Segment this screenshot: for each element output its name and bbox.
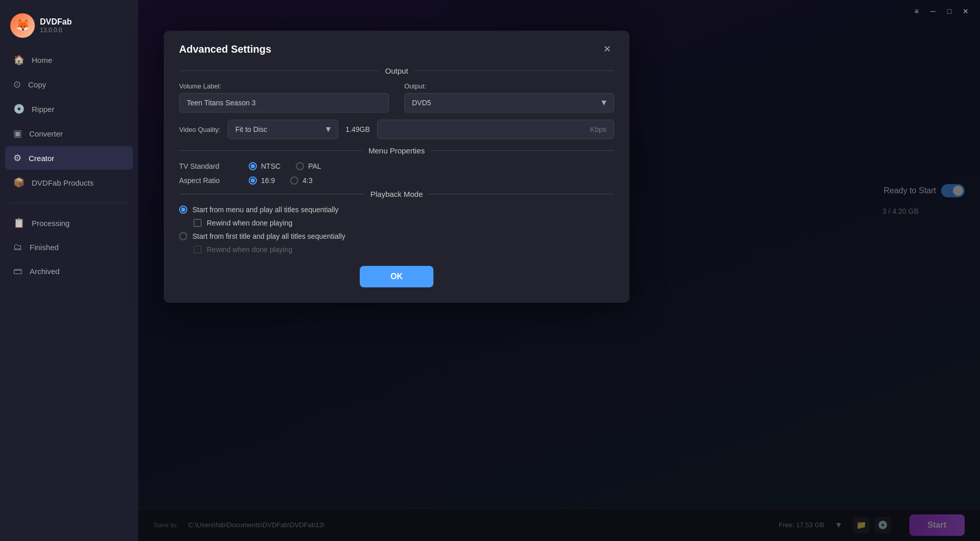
sidebar-label-finished: Finished <box>30 243 59 252</box>
playback-option-2-sub: Rewind when done playing <box>179 245 614 254</box>
pal-radio-dot <box>296 162 304 170</box>
close-button[interactable]: ✕ <box>959 4 973 18</box>
sidebar-bottom-nav: 📋 Processing 🗂 Finished 🗃 Archived <box>0 211 138 283</box>
properties-grid: TV Standard NTSC PAL <box>179 162 614 185</box>
playback-option-1-sub[interactable]: Rewind when done playing <box>179 219 614 227</box>
minimize-button[interactable]: ─ <box>926 4 940 18</box>
pal-radio-item[interactable]: PAL <box>296 162 321 170</box>
modal-close-button[interactable]: ✕ <box>600 42 614 56</box>
sidebar-label-creator: Creator <box>29 154 54 163</box>
advanced-settings-modal: Advanced Settings ✕ Output Volume Label:… <box>164 31 629 303</box>
tv-standard-row: TV Standard NTSC PAL <box>179 162 614 170</box>
output-label-text: Output: <box>404 82 614 90</box>
sidebar-item-converter[interactable]: ▣ Converter <box>5 122 133 145</box>
sidebar-item-dvdfab-products[interactable]: 📦 DVDFab Products <box>5 171 133 194</box>
menu-divider-right <box>431 150 614 151</box>
volume-label-text: Volume Label: <box>179 82 389 90</box>
kbps-input[interactable] <box>377 120 614 139</box>
creator-icon: ⚙ <box>13 152 21 164</box>
sidebar-divider <box>10 202 128 203</box>
app-logo: 🦊 <box>10 13 35 38</box>
ok-button[interactable]: OK <box>360 266 433 287</box>
playback-option-2-label: Start from first title and play all titl… <box>192 232 345 240</box>
sidebar-label-dvdfab-products: DVDFab Products <box>32 178 94 187</box>
volume-label-input[interactable] <box>179 93 389 112</box>
video-quality-label: Video Quality: <box>179 126 221 133</box>
modal-header: Advanced Settings ✕ <box>164 31 629 61</box>
divider-line-left <box>179 71 379 71</box>
sidebar-item-archived[interactable]: 🗃 Archived <box>5 260 133 283</box>
playback-option-2[interactable]: Start from first title and play all titl… <box>179 232 614 240</box>
rewind-checkbox-2 <box>193 245 202 254</box>
output-section-label: Output <box>385 66 408 75</box>
sidebar-label-processing: Processing <box>32 219 70 228</box>
playback-mode-label: Playback Mode <box>371 190 423 198</box>
sidebar-label-copy: Copy <box>28 80 46 89</box>
volume-output-row: Volume Label: Output: DVD5 DVD9 ISO ▼ <box>164 82 629 112</box>
playback-divider-left <box>179 194 364 194</box>
quality-size-display: 1.49GB <box>345 125 369 133</box>
video-quality-row: Video Quality: Fit to Disc High Quality … <box>164 120 629 139</box>
4x3-radio-item[interactable]: 4:3 <box>290 176 312 185</box>
converter-icon: ▣ <box>13 128 22 139</box>
4x3-label: 4:3 <box>302 176 312 185</box>
sidebar-label-home: Home <box>32 56 52 64</box>
sidebar-item-finished[interactable]: 🗂 Finished <box>5 236 133 259</box>
sidebar: 🦊 DVDFab 13.0.0.0 🏠 Home ⊙ Copy 💿 Ripper… <box>0 0 138 541</box>
modal-title: Advanced Settings <box>179 43 271 55</box>
ntsc-label: NTSC <box>261 162 280 170</box>
sidebar-label-archived: Archived <box>30 267 59 276</box>
ntsc-radio-dot <box>249 162 257 170</box>
properties-row: TV Standard NTSC PAL <box>164 162 629 185</box>
output-select-wrapper: DVD5 DVD9 ISO ▼ <box>404 93 614 112</box>
4x3-radio-dot <box>290 176 298 185</box>
ntsc-radio-item[interactable]: NTSC <box>249 162 280 170</box>
titlebar: ≡ ─ □ ✕ <box>902 0 980 22</box>
rewind-label-1: Rewind when done playing <box>207 219 292 227</box>
processing-icon: 📋 <box>13 217 25 229</box>
logo-area: 🦊 DVDFab 13.0.0.0 <box>0 5 138 48</box>
dvdfab-products-icon: 📦 <box>13 177 25 188</box>
modal-footer: OK <box>164 254 629 287</box>
ripper-icon: 💿 <box>13 103 25 115</box>
video-quality-select[interactable]: Fit to Disc High Quality Custom <box>228 120 339 139</box>
modal-overlay: Advanced Settings ✕ Output Volume Label:… <box>138 0 980 541</box>
rewind-checkbox-1[interactable] <box>193 219 202 227</box>
rewind-label-2: Rewind when done playing <box>207 245 292 254</box>
menu-properties-section-divider: Menu Properties <box>164 146 629 155</box>
sidebar-label-converter: Converter <box>29 129 63 138</box>
16x9-radio-dot <box>249 176 257 185</box>
sidebar-item-ripper[interactable]: 💿 Ripper <box>5 97 133 121</box>
archived-icon: 🗃 <box>13 266 23 277</box>
output-select[interactable]: DVD5 DVD9 ISO <box>404 93 614 112</box>
volume-label-group: Volume Label: <box>179 82 389 112</box>
tv-standard-label: TV Standard <box>179 162 241 170</box>
output-section-divider: Output <box>164 66 629 75</box>
sidebar-item-creator[interactable]: ⚙ Creator <box>5 146 133 170</box>
16x9-label: 16:9 <box>261 176 275 185</box>
playback-option-1[interactable]: Start from menu and play all titles sequ… <box>179 206 614 214</box>
playback-option-1-radio <box>179 206 187 214</box>
sidebar-label-ripper: Ripper <box>32 105 54 114</box>
playback-options: Start from menu and play all titles sequ… <box>164 206 629 254</box>
menu-properties-label: Menu Properties <box>368 146 425 155</box>
16x9-radio-item[interactable]: 16:9 <box>249 176 275 185</box>
maximize-button[interactable]: □ <box>942 4 956 18</box>
menu-button[interactable]: ≡ <box>909 4 924 18</box>
home-icon: 🏠 <box>13 54 25 65</box>
playback-section-divider: Playback Mode <box>164 190 629 198</box>
aspect-ratio-radio-group: 16:9 4:3 <box>249 176 313 185</box>
tv-standard-radio-group: NTSC PAL <box>249 162 321 170</box>
app-name: DVDFab <box>40 17 72 27</box>
sidebar-item-processing[interactable]: 📋 Processing <box>5 211 133 235</box>
sidebar-item-home[interactable]: 🏠 Home <box>5 48 133 72</box>
sidebar-nav: 🏠 Home ⊙ Copy 💿 Ripper ▣ Converter ⚙ Cre… <box>0 48 138 194</box>
main-content: ≡ ─ □ ✕ Ready to Start 3 / 4.20 GB Advan… <box>138 0 980 541</box>
playback-divider-right <box>429 194 614 194</box>
aspect-ratio-row: Aspect Ratio 16:9 4:3 <box>179 176 614 185</box>
output-group: Output: DVD5 DVD9 ISO ▼ <box>404 82 614 112</box>
video-quality-select-wrapper: Fit to Disc High Quality Custom ▼ <box>228 120 339 139</box>
playback-option-1-label: Start from menu and play all titles sequ… <box>192 206 339 214</box>
sidebar-item-copy[interactable]: ⊙ Copy <box>5 73 133 96</box>
aspect-ratio-label: Aspect Ratio <box>179 176 241 185</box>
